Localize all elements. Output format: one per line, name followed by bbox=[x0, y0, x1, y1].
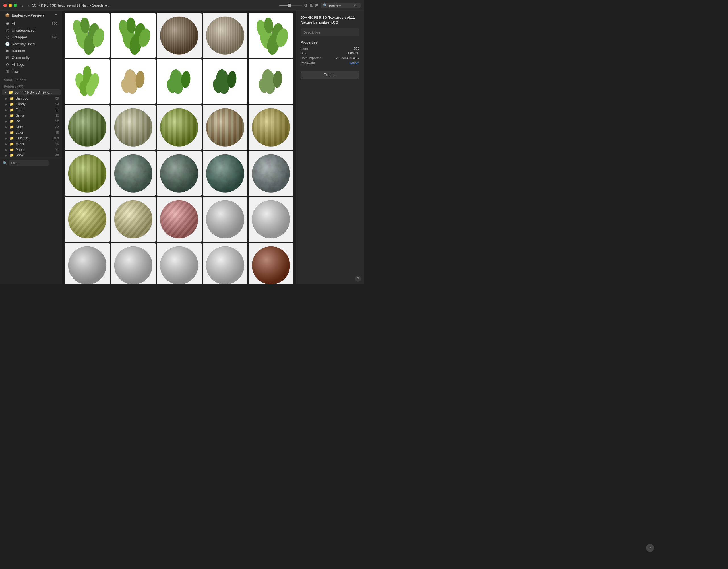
forward-button[interactable]: › bbox=[26, 3, 30, 8]
subfolder-item-foam[interactable]: ▶ 📁 Foam 27 bbox=[0, 107, 62, 113]
right-panel: 50+ 4K PBR 3D Textures-vol.11 Nature by … bbox=[296, 11, 364, 284]
grid-item-9[interactable] bbox=[249, 59, 293, 104]
expand-arrow-5: ▶ bbox=[5, 125, 8, 129]
description-field[interactable]: Description bbox=[301, 28, 359, 36]
svg-point-190 bbox=[68, 200, 106, 238]
grid-item-0[interactable] bbox=[65, 13, 110, 58]
breadcrumb-item-2[interactable]: Search re... bbox=[92, 3, 110, 7]
grid-item-12[interactable] bbox=[157, 105, 202, 150]
grid-item-14[interactable] bbox=[249, 105, 293, 150]
sidebar-item-random[interactable]: ⊞ Random bbox=[2, 47, 61, 54]
close-button[interactable] bbox=[3, 4, 7, 7]
grid-item-29[interactable] bbox=[249, 243, 293, 284]
grid-item-6[interactable] bbox=[111, 59, 156, 104]
view-icon[interactable]: ⊟ bbox=[315, 3, 319, 8]
grid-item-1[interactable] bbox=[111, 13, 156, 58]
nav-section: ◉ All 570 ◎ Uncategorized ◎ Untagged 570… bbox=[0, 19, 62, 76]
date-label: Date Imported bbox=[301, 56, 321, 60]
prop-date: Date Imported 2023/03/06 4:52 bbox=[301, 56, 359, 60]
items-value: 570 bbox=[354, 47, 359, 50]
sidebar-item-uncategorized[interactable]: ◎ Uncategorized bbox=[2, 27, 61, 34]
grid-item-22[interactable] bbox=[157, 197, 202, 242]
grid-item-25[interactable] bbox=[65, 243, 110, 284]
folder-expand-arrow: ▼ bbox=[4, 91, 7, 94]
folder-icon: 📁 bbox=[9, 90, 13, 94]
subfolder-item-grass[interactable]: ▶ 📁 Grass 36 bbox=[0, 113, 62, 118]
grid-item-13[interactable] bbox=[203, 105, 248, 150]
svg-point-214 bbox=[68, 246, 106, 284]
filter-icon[interactable]: ⧉ bbox=[304, 3, 307, 8]
items-label: Items bbox=[301, 47, 309, 50]
sidebar-item-untagged[interactable]: ◎ Untagged 570 bbox=[2, 34, 61, 40]
subfolder-item-ice[interactable]: ▶ 📁 Ice 32 bbox=[0, 118, 62, 124]
svg-point-88 bbox=[114, 108, 152, 146]
grid-item-11[interactable] bbox=[111, 105, 156, 150]
active-folder[interactable]: ▼ 📁 50+ 4K PBR 3D Textu... bbox=[2, 89, 61, 95]
subfolder-item-candy[interactable]: ▶ 📁 Candy 24 bbox=[0, 101, 62, 107]
all-label: All bbox=[12, 22, 50, 26]
expand-arrow-9: ▶ bbox=[5, 148, 8, 151]
folder-count-2: 27 bbox=[55, 108, 59, 111]
grid-item-18[interactable] bbox=[203, 151, 248, 196]
svg-point-180 bbox=[206, 154, 244, 192]
folder-count-6: 45 bbox=[55, 131, 59, 134]
back-button[interactable]: ‹ bbox=[20, 3, 24, 8]
maximize-button[interactable] bbox=[14, 4, 17, 7]
sidebar-item-trash[interactable]: 🗑 Trash bbox=[2, 68, 61, 74]
svg-point-37 bbox=[83, 66, 91, 79]
library-header[interactable]: 📦 Eaglepack-Preview ⌃ bbox=[2, 12, 61, 18]
grid-item-5[interactable] bbox=[65, 59, 110, 104]
all-tags-icon: ◇ bbox=[5, 62, 10, 67]
grid-item-7[interactable] bbox=[157, 59, 202, 104]
prop-password: Password Create bbox=[301, 61, 359, 65]
all-tags-label: All Tags bbox=[12, 63, 57, 67]
grid-item-10[interactable] bbox=[65, 105, 110, 150]
grid-item-8[interactable] bbox=[203, 59, 248, 104]
subfolder-item-snow[interactable]: ▶ 📁 Snow 49 bbox=[0, 152, 62, 158]
folder-label-5: Ivory bbox=[16, 125, 54, 129]
subfolder-item-ivory[interactable]: ▶ 📁 Ivory 32 bbox=[0, 124, 62, 130]
grid-item-17[interactable] bbox=[157, 151, 202, 196]
export-button[interactable]: Export... bbox=[301, 71, 359, 79]
subfolder-item-paper[interactable]: ▶ 📁 Paper 47 bbox=[0, 147, 62, 152]
folder-count-10: 49 bbox=[55, 154, 59, 157]
grid-item-4[interactable] bbox=[249, 13, 293, 58]
grid-item-28[interactable] bbox=[203, 243, 248, 284]
subfolder-item-lava[interactable]: ▶ 📁 Lava 45 bbox=[0, 130, 62, 135]
subfolder-item-moss[interactable]: ▶ 📁 Moss 36 bbox=[0, 141, 62, 147]
sidebar-item-all[interactable]: ◉ All 570 bbox=[2, 20, 61, 27]
grid-item-3[interactable] bbox=[203, 13, 248, 58]
grid-item-20[interactable] bbox=[65, 197, 110, 242]
trash-icon: 🗑 bbox=[5, 69, 10, 73]
grid-item-24[interactable] bbox=[249, 197, 293, 242]
grid-item-21[interactable] bbox=[111, 197, 156, 242]
titlebar: ‹ › 50+ 4K PBR 3D Textures-vol.11 Na... … bbox=[0, 0, 364, 11]
expand-arrow-6: ▶ bbox=[5, 131, 8, 134]
subfolder-item-bamboo[interactable]: ▶ 📁 Bamboo 59 bbox=[0, 96, 62, 101]
filter-input[interactable] bbox=[9, 160, 49, 166]
password-create-link[interactable]: Create bbox=[349, 61, 359, 65]
grid-item-2[interactable] bbox=[157, 13, 202, 58]
grid-item-26[interactable] bbox=[111, 243, 156, 284]
sidebar-item-community[interactable]: ⊟ Community bbox=[2, 54, 61, 61]
trash-label: Trash bbox=[12, 69, 57, 73]
grid-item-23[interactable] bbox=[203, 197, 248, 242]
subfolder-item-leaf set[interactable]: ▶ 📁 Leaf Set 183 bbox=[0, 135, 62, 141]
breadcrumb-item-1[interactable]: 50+ 4K PBR 3D Textures-vol.11 Na... bbox=[32, 3, 88, 7]
search-input[interactable] bbox=[329, 3, 352, 7]
folder-label-7: Leaf Set bbox=[16, 136, 52, 140]
filter-search-icon: 🔍 bbox=[3, 161, 7, 165]
minimize-button[interactable] bbox=[9, 4, 12, 7]
active-folder-label: 50+ 4K PBR 3D Textu... bbox=[15, 90, 52, 94]
sort-icon[interactable]: ⇅ bbox=[309, 3, 313, 8]
grid-item-19[interactable] bbox=[249, 151, 293, 196]
filter-bar: 🔍 bbox=[0, 158, 62, 167]
search-close-icon[interactable]: ✕ bbox=[353, 3, 356, 7]
help-button[interactable]: ? bbox=[355, 275, 361, 281]
sidebar-item-recently-used[interactable]: 🕐 Recently Used bbox=[2, 41, 61, 47]
sidebar-item-all-tags[interactable]: ◇ All Tags bbox=[2, 61, 61, 68]
grid-item-27[interactable] bbox=[157, 243, 202, 284]
grid-item-16[interactable] bbox=[111, 151, 156, 196]
folder-label-9: Paper bbox=[16, 148, 54, 152]
grid-item-15[interactable] bbox=[65, 151, 110, 196]
